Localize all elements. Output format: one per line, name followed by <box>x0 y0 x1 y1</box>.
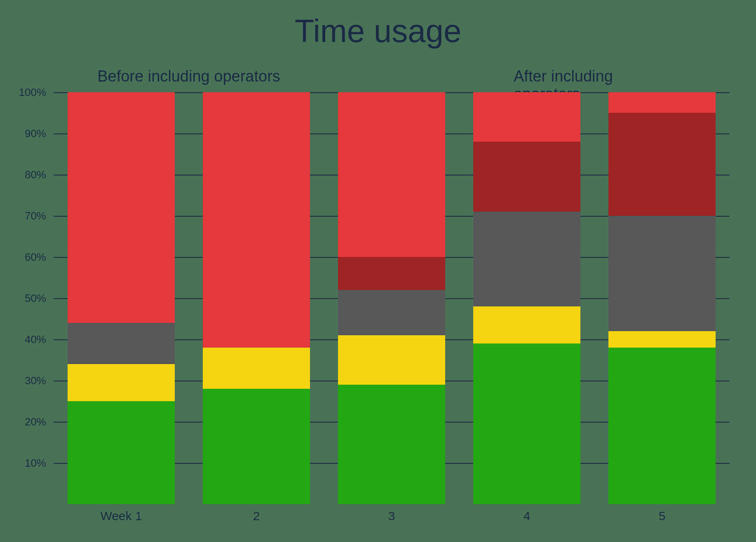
bar-1 <box>68 92 175 504</box>
bar-4 <box>473 92 580 504</box>
x-tick-label: 3 <box>388 509 395 523</box>
x-tick-label: 4 <box>524 509 531 523</box>
y-tick-label: 50% <box>5 292 46 305</box>
segment-grey <box>608 216 716 331</box>
segment-green <box>68 401 175 504</box>
segment-grey <box>68 323 175 364</box>
segment-green <box>608 348 716 504</box>
y-tick-label: 100% <box>5 86 46 99</box>
segment-dark_red <box>338 257 445 290</box>
bar-5 <box>608 92 716 504</box>
chart-stage: Time usage Before including operators Af… <box>0 0 756 542</box>
segment-grey <box>473 212 580 306</box>
subtitle-left: Before including operators <box>97 68 280 85</box>
segment-bright_red <box>608 92 716 113</box>
segment-yellow <box>68 364 175 401</box>
bar-3 <box>338 92 445 504</box>
segment-green <box>338 385 445 504</box>
segment-yellow <box>608 331 716 348</box>
bar-2 <box>203 92 310 504</box>
segment-bright_red <box>473 92 580 142</box>
segment-yellow <box>203 348 310 389</box>
segment-bright_red <box>338 92 445 257</box>
segment-dark_red <box>608 113 716 216</box>
y-tick-label: 90% <box>5 127 46 140</box>
segment-green <box>473 343 580 504</box>
y-tick-label: 30% <box>5 374 46 387</box>
segment-bright_red <box>203 92 310 348</box>
y-tick-label: 40% <box>5 333 46 346</box>
segment-yellow <box>338 335 445 385</box>
y-tick-label: 70% <box>5 210 46 222</box>
segment-yellow <box>473 306 580 343</box>
y-tick-label: 80% <box>5 168 46 181</box>
segment-green <box>203 389 310 504</box>
segment-dark_red <box>473 142 580 212</box>
chart-title: Time usage <box>0 12 756 50</box>
y-tick-label: 60% <box>5 251 46 264</box>
x-tick-label: 5 <box>659 509 666 523</box>
y-tick-label: 10% <box>5 457 46 470</box>
x-tick-label: Week 1 <box>100 509 142 523</box>
y-tick-label: 20% <box>5 416 46 428</box>
x-tick-label: 2 <box>253 509 260 523</box>
segment-bright_red <box>68 92 175 323</box>
plot-area <box>54 92 730 504</box>
segment-grey <box>338 290 445 335</box>
